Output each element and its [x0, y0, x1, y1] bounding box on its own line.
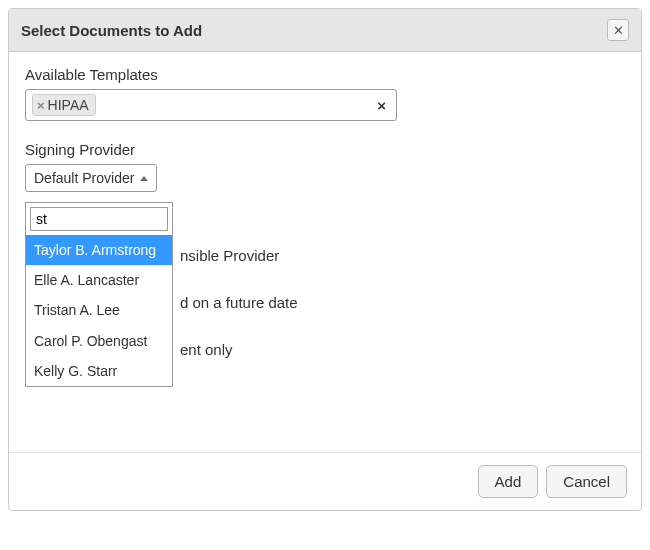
dialog-header: Select Documents to Add ✕: [9, 9, 641, 52]
dialog-footer: Add Cancel: [9, 452, 641, 510]
provider-option[interactable]: Elle A. Lancaster: [26, 265, 172, 295]
provider-option-list[interactable]: Taylor B. Armstrong Elle A. Lancaster Tr…: [26, 235, 172, 386]
provider-label: Signing Provider: [25, 141, 625, 158]
templates-label: Available Templates: [25, 66, 625, 83]
provider-option[interactable]: Carol P. Obengast: [26, 326, 172, 356]
provider-option[interactable]: Kelly G. Starr: [26, 356, 172, 386]
close-icon: ✕: [613, 23, 624, 38]
add-button[interactable]: Add: [478, 465, 539, 498]
dialog: Select Documents to Add ✕ Available Temp…: [8, 8, 642, 511]
cancel-button[interactable]: Cancel: [546, 465, 627, 498]
provider-option[interactable]: Tristan A. Lee: [26, 295, 172, 325]
token-container: × HIPAA: [32, 94, 96, 116]
obscured-text-line: ent only: [180, 341, 625, 358]
obscured-text-line: d on a future date: [180, 294, 625, 311]
clear-all-icon[interactable]: ×: [373, 97, 390, 114]
close-button[interactable]: ✕: [607, 19, 629, 41]
obscured-text-line: nsible Provider: [180, 247, 625, 264]
provider-search-input[interactable]: [30, 207, 168, 231]
provider-dropdown-button[interactable]: Default Provider: [25, 164, 157, 192]
template-token: × HIPAA: [32, 94, 96, 116]
token-remove-icon[interactable]: ×: [37, 98, 45, 113]
chevron-up-icon: [140, 176, 148, 181]
dialog-body: Available Templates × HIPAA × Signing Pr…: [9, 52, 641, 452]
dialog-title: Select Documents to Add: [21, 22, 202, 39]
provider-selected-text: Default Provider: [34, 170, 134, 186]
templates-input[interactable]: × HIPAA ×: [25, 89, 397, 121]
provider-dropdown-panel: Taylor B. Armstrong Elle A. Lancaster Tr…: [25, 202, 173, 387]
provider-section: Signing Provider Default Provider: [25, 141, 625, 192]
token-label: HIPAA: [48, 97, 89, 113]
provider-option[interactable]: Taylor B. Armstrong: [26, 235, 172, 265]
